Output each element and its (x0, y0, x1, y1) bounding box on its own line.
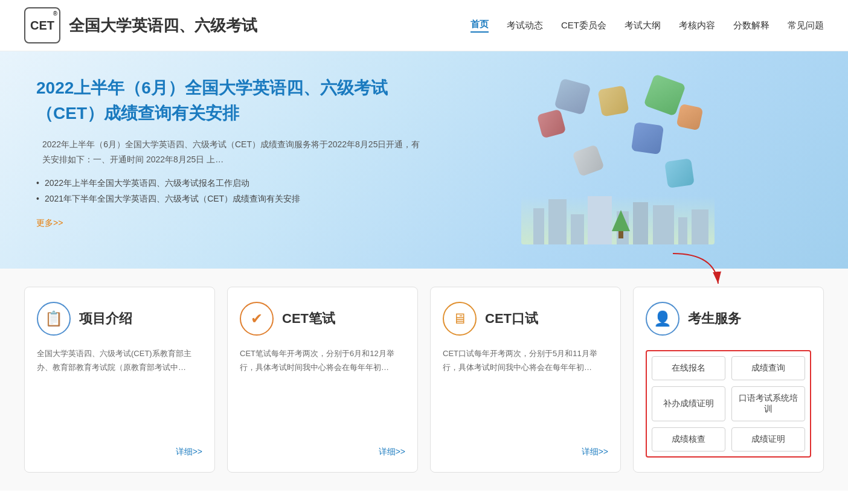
cube-5 (631, 122, 664, 155)
service-btn-online-register[interactable]: 在线报名 (652, 356, 725, 380)
logo-badge: CET (24, 7, 60, 43)
card-project-intro: 📋 项目介绍 全国大学英语四、六级考试(CET)系教育部主办、教育部教育考试院（… (24, 287, 215, 473)
cube-6 (572, 144, 605, 177)
more-link[interactable]: 更多>> (36, 218, 63, 229)
hero-title: 2022上半年（6月）全国大学英语四、六级考试（CET）成绩查询有关安排 (36, 75, 424, 126)
cube-4 (537, 109, 567, 139)
card-icon: 🖥 (443, 302, 477, 336)
building-1 (533, 208, 544, 244)
card-footer: 详细>> (443, 446, 608, 458)
service-btn-score-cert[interactable]: 成绩证明 (731, 427, 805, 451)
building-7 (653, 205, 674, 244)
main-nav: 首页考试动态CET委员会考试大纲考核内容分数解释常见问题 (471, 19, 824, 33)
card-footer: 详细>> (240, 446, 405, 458)
city-base (521, 196, 715, 244)
card-footer: 详细>> (37, 446, 202, 458)
cube-1 (554, 78, 591, 115)
card-cet-written: ✔ CET笔试 CET笔试每年开考两次，分别于6月和12月举行，具体考试时间我中… (227, 287, 418, 473)
nav-item-常见问题[interactable]: 常见问题 (788, 20, 824, 31)
service-title: 考生服务 (688, 310, 741, 328)
hero-news-list: 2022年上半年全国大学英语四、六级考试报名工作启动2021年下半年全国大学英语… (36, 178, 424, 205)
building-2 (548, 199, 567, 244)
card-icon: 📋 (37, 302, 71, 336)
service-grid: 在线报名成绩查询补办成绩证明口语考试系统培训成绩核查成绩证明 (652, 356, 805, 451)
card-title: CET笔试 (282, 310, 335, 328)
tree-icon (612, 210, 630, 238)
nav-item-CET委员会[interactable]: CET委员会 (561, 20, 606, 31)
service-header: 👤 考生服务 (646, 302, 811, 336)
header: CET 全国大学英语四、六级考试 首页考试动态CET委员会考试大纲考核内容分数解… (0, 0, 848, 51)
news-item[interactable]: 2022年上半年全国大学英语四、六级考试报名工作启动 (36, 178, 424, 189)
cube-illustration (521, 75, 715, 244)
card-body: 全国大学英语四、六级考试(CET)系教育部主办、教育部教育考试院（原教育部考试中… (37, 346, 202, 438)
service-btn-score-check[interactable]: 成绩核查 (652, 427, 725, 451)
service-btn-reissue-cert[interactable]: 补办成绩证明 (652, 386, 725, 421)
building-8 (678, 217, 687, 244)
card-header: 🖥 CET口试 (443, 302, 608, 336)
card-body: CET口试每年开考两次，分别于5月和11月举行，具体考试时间我中心将会在每年年初… (443, 346, 608, 438)
hero-description: 2022年上半年（6月）全国大学英语四、六级考试（CET）成绩查询服务将于202… (36, 137, 424, 167)
nav-item-考试大纲[interactable]: 考试大纲 (625, 20, 661, 31)
nav-item-分数解释[interactable]: 分数解释 (733, 20, 769, 31)
service-buttons-highlight: 在线报名成绩查询补办成绩证明口语考试系统培训成绩核查成绩证明 (646, 350, 811, 458)
building-6 (633, 202, 648, 244)
service-card: 👤 考生服务 在线报名成绩查询补办成绩证明口语考试系统培训成绩核查成绩证明 (633, 287, 824, 473)
detail-link[interactable]: 详细>> (176, 447, 202, 456)
card-icon: ✔ (240, 302, 274, 336)
card-title: CET口试 (485, 310, 538, 328)
card-header: ✔ CET笔试 (240, 302, 405, 336)
site-title: 全国大学英语四、六级考试 (69, 15, 257, 36)
cube-2 (597, 85, 629, 116)
cube-8 (664, 158, 695, 188)
cards-section: 📋 项目介绍 全国大学英语四、六级考试(CET)系教育部主办、教育部教育考试院（… (0, 269, 848, 491)
detail-link[interactable]: 详细>> (379, 447, 405, 456)
nav-item-考试动态[interactable]: 考试动态 (507, 20, 543, 31)
card-header: 📋 项目介绍 (37, 302, 202, 336)
card-title: 项目介绍 (79, 310, 132, 328)
news-item[interactable]: 2021年下半年全国大学英语四、六级考试（CET）成绩查询有关安排 (36, 194, 424, 205)
logo-area: CET 全国大学英语四、六级考试 (24, 7, 257, 43)
detail-link[interactable]: 详细>> (582, 447, 608, 456)
service-btn-score-query[interactable]: 成绩查询 (731, 356, 805, 380)
hero-content: 2022上半年（6月）全国大学英语四、六级考试（CET）成绩查询有关安排 202… (36, 75, 424, 244)
arrow-svg (667, 247, 727, 290)
nav-item-首页[interactable]: 首页 (471, 19, 489, 33)
service-btn-oral-training[interactable]: 口语考试系统培训 (731, 386, 805, 421)
logo-text: CET (30, 19, 54, 33)
building-4 (588, 196, 612, 244)
card-body: CET笔试每年开考两次，分别于6月和12月举行，具体考试时间我中心将会在每年年初… (240, 346, 405, 438)
hero-banner: 2022上半年（6月）全国大学英语四、六级考试（CET）成绩查询有关安排 202… (0, 51, 848, 269)
card-cet-oral: 🖥 CET口试 CET口试每年开考两次，分别于5月和11月举行，具体考试时间我中… (430, 287, 621, 473)
building-9 (692, 209, 708, 244)
nav-item-考核内容[interactable]: 考核内容 (679, 20, 715, 31)
building-3 (571, 214, 584, 244)
service-icon: 👤 (646, 302, 679, 336)
cube-7 (676, 103, 703, 130)
hero-image (424, 75, 812, 244)
